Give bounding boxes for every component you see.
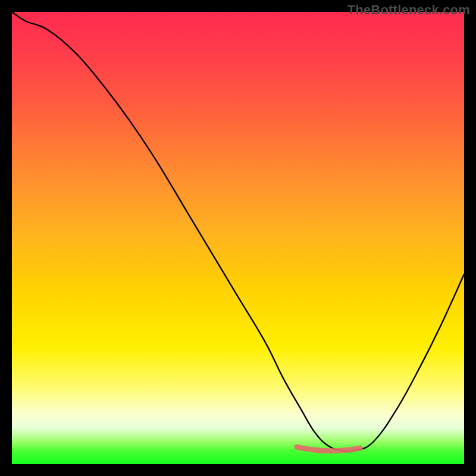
plot-area [12,12,464,464]
curve-svg [12,12,464,464]
bottleneck-curve [12,12,464,452]
watermark-text: TheBottleneck.com [347,2,470,18]
chart-root: { "watermark": "TheBottleneck.com", "cha… [0,0,476,476]
trough-highlight [297,447,360,451]
